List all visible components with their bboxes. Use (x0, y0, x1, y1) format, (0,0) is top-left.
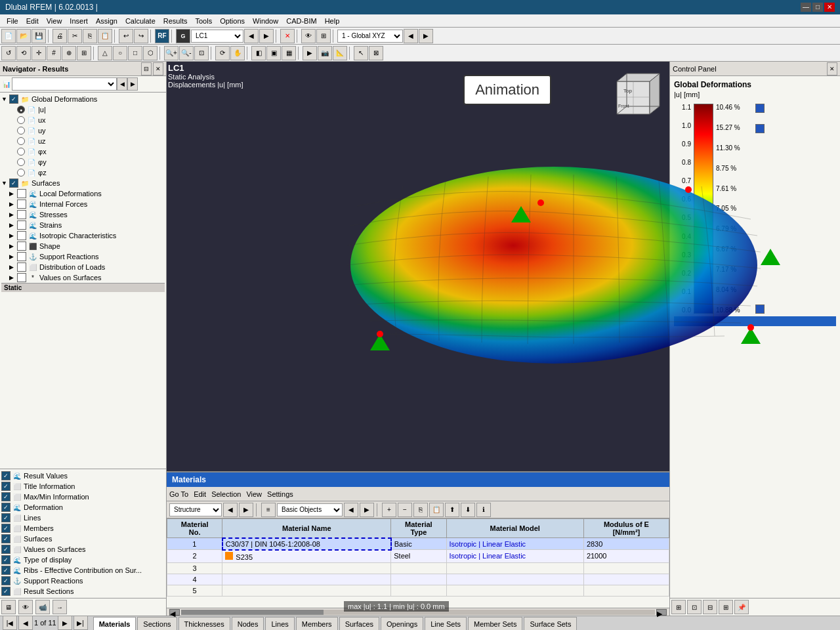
nav-maxmin-info[interactable]: ⬜ Max/Min Information (1, 492, 165, 502)
menu-selection[interactable]: Selection (211, 490, 241, 498)
tree-stresses[interactable]: ▶ 🌊 Stresses (9, 209, 165, 220)
tree-dist-loads[interactable]: ▶ ⬜ Distribution of Loads (9, 262, 165, 272)
nav-check-def[interactable] (1, 503, 10, 512)
tree-exp-dl[interactable]: ▶ (9, 264, 17, 270)
tree-exp-local[interactable]: ▶ (9, 190, 17, 197)
tb-print[interactable]: 🖨 (52, 29, 67, 43)
tree-exp-vos[interactable]: ▶ (9, 274, 17, 281)
nav-ribs[interactable]: 🌊 Ribs - Effective Contribution on Sur..… (1, 565, 165, 576)
maximize-btn[interactable]: □ (812, 3, 823, 12)
pg-last[interactable]: ▶| (74, 616, 88, 630)
tree-phix[interactable]: 📄 φx (9, 146, 165, 157)
cell-model-2[interactable]: Isotropic | Linear Elastic (446, 550, 583, 563)
tree-global-def-row[interactable]: ▼ 📁 Global Deformations (1, 94, 165, 104)
nav-restore-btn[interactable]: ⊟ (141, 62, 152, 75)
tb2-render3[interactable]: ▦ (282, 46, 296, 60)
tree-surfaces-row[interactable]: ▼ 📁 Surfaces (1, 178, 165, 188)
table-row[interactable]: 4 (167, 574, 669, 585)
tree-ux[interactable]: 📄 ux (9, 115, 165, 125)
tree-exp-iso[interactable]: ▶ (9, 232, 17, 239)
tab-lines[interactable]: Lines (265, 617, 294, 630)
tab-openings[interactable]: Openings (381, 617, 423, 630)
navigation-cube[interactable]: Top Front (604, 68, 663, 127)
menu-edit-b[interactable]: Edit (194, 490, 206, 498)
tb-struct-prev[interactable]: ◀ (223, 503, 238, 517)
nav-check-rb[interactable] (1, 566, 10, 575)
tb-filter-prev[interactable]: ◀ (344, 503, 358, 517)
menu-view-b[interactable]: View (246, 490, 262, 498)
nav-check-ln[interactable] (1, 513, 10, 522)
tab-materials[interactable]: Materials (93, 617, 136, 630)
minimize-btn[interactable]: — (801, 3, 811, 12)
tb-redo[interactable]: ↪ (134, 29, 148, 43)
tb2-7[interactable]: △ (98, 46, 112, 60)
tb-save[interactable]: 💾 (32, 29, 46, 43)
cp-restore[interactable]: ⊞ (719, 600, 733, 614)
tree-check-local[interactable] (17, 189, 26, 198)
tb-copy-t[interactable]: ⎘ (413, 503, 428, 517)
tree-expand-global[interactable]: ▼ (1, 96, 9, 102)
nav-support-rx-b[interactable]: ⚓ Support Reactions (1, 576, 165, 586)
menu-insert[interactable]: Insert (66, 14, 92, 28)
tree-check-global[interactable] (9, 94, 18, 104)
tb2-grid[interactable]: # (47, 46, 61, 60)
menu-cadbim[interactable]: CAD-BIM (282, 14, 320, 28)
tree-uz[interactable]: 📄 uz (9, 136, 165, 146)
tree-check-str[interactable] (17, 210, 26, 219)
tb-paste[interactable]: 📋 (98, 29, 112, 43)
menu-help[interactable]: Help (321, 14, 344, 28)
menu-assign[interactable]: Assign (92, 14, 121, 28)
table-row[interactable]: 1 C30/37 | DIN 1045-1:2008-08 Basic Isot… (167, 538, 669, 550)
tab-thicknesses[interactable]: Thicknesses (178, 617, 230, 630)
menu-results[interactable]: Results (159, 14, 192, 28)
tab-sections[interactable]: Sections (137, 617, 177, 630)
nav-close-btn[interactable]: ✕ (153, 62, 163, 75)
tb2-zoomfit[interactable]: ⊡ (194, 46, 209, 60)
tb-open[interactable]: 📂 (16, 29, 31, 43)
cp-close-btn[interactable]: ✕ (827, 62, 837, 75)
tree-exp-shape[interactable]: ▶ (9, 243, 17, 249)
tb2-8[interactable]: ○ (113, 46, 127, 60)
window-controls[interactable]: — □ ✕ (801, 3, 835, 12)
tree-radio-u[interactable] (17, 106, 25, 114)
tree-u-abs[interactable]: 📄 |u| (9, 104, 165, 115)
nav-check-mm[interactable] (1, 492, 10, 501)
cp-pin[interactable]: 📌 (734, 600, 749, 614)
tree-check-vos[interactable] (17, 273, 26, 282)
nav-next-btn[interactable]: ▶ (127, 77, 138, 91)
nav-icon-1[interactable]: 🖥 (1, 600, 16, 614)
tree-shape[interactable]: ▶ ⬛ Shape (9, 241, 165, 251)
tb-add[interactable]: + (382, 503, 396, 517)
tb-undo[interactable]: ↩ (119, 29, 133, 43)
tree-radio-phiz[interactable] (17, 169, 25, 177)
structure-combo[interactable]: Structure (169, 503, 222, 516)
tb-g[interactable]: G (176, 29, 190, 43)
view-combo[interactable]: 1 - Global XYZ (337, 30, 403, 43)
tree-phiz[interactable]: 📄 φz (9, 167, 165, 178)
nav-surfaces-b[interactable]: ⬜ Surfaces (1, 534, 165, 544)
tb-import[interactable]: ⬆ (445, 503, 459, 517)
tab-line-sets[interactable]: Line Sets (425, 617, 467, 630)
tree-exp-strn[interactable]: ▶ (9, 222, 17, 228)
nav-values-surf[interactable]: ⬜ Values on Surfaces (1, 544, 165, 555)
scrollbar-thumb[interactable] (181, 610, 324, 615)
scroll-left[interactable]: ◀ (169, 609, 180, 616)
pg-prev[interactable]: ◀ (18, 616, 33, 630)
tree-radio-uy[interactable] (17, 127, 25, 135)
nav-check-srb[interactable] (1, 576, 10, 585)
tb-new[interactable]: 📄 (1, 29, 16, 43)
tb-view-next[interactable]: ▶ (419, 29, 433, 43)
nav-check-vs[interactable] (1, 545, 10, 554)
tree-check-strn[interactable] (17, 220, 26, 230)
menu-window[interactable]: Window (249, 14, 282, 28)
table-row[interactable]: 5 (167, 585, 669, 596)
tb2-render2[interactable]: ▣ (266, 46, 281, 60)
tb-prev-lc[interactable]: ◀ (244, 29, 259, 43)
analysis-combo[interactable]: Static Analysis (12, 77, 117, 91)
tree-local-def[interactable]: ▶ 🌊 Local Deformations (9, 188, 165, 199)
nav-check-sb[interactable] (1, 534, 10, 543)
tb2-5[interactable]: ⊕ (62, 46, 76, 60)
tb2-select[interactable]: ↖ (354, 46, 368, 60)
tb-struct-next[interactable]: ▶ (239, 503, 253, 517)
nav-check-mb[interactable] (1, 524, 10, 533)
